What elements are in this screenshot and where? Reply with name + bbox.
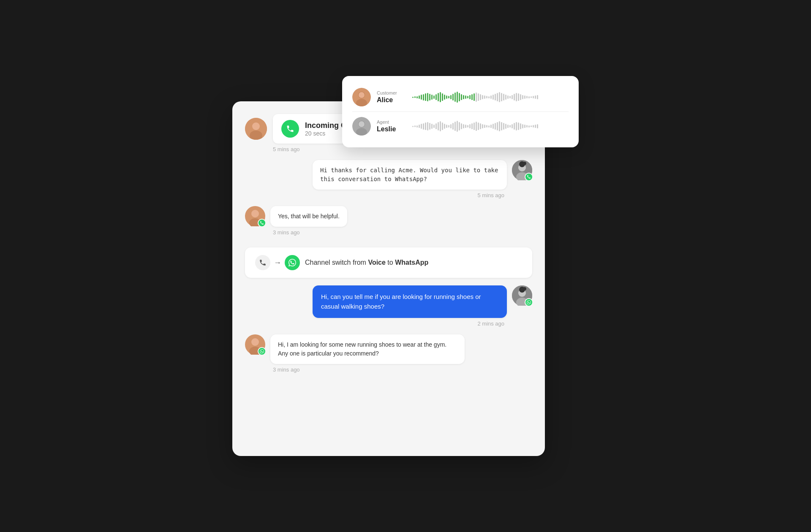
customer-ts-1: 3 mins ago [273,229,532,236]
agent-avatar [352,117,371,136]
svg-point-9 [252,122,260,130]
svg-point-15 [523,162,526,165]
messages-container: Incoming Call 20 secs 5 mins ago Hi than… [245,114,532,380]
svg-point-3 [359,92,365,98]
svg-point-17 [251,210,259,217]
agent-avatar-1-wrap [512,160,532,180]
switch-text: Channel switch from Voice to WhatsApp [305,259,428,266]
customer-label: Customer [377,90,406,95]
wa-badge-1 [525,298,533,307]
agent-avatar-2-wrap [512,285,532,306]
chat-panel: Incoming Call 20 secs 5 mins ago Hi than… [232,101,545,456]
svg-point-25 [251,338,259,346]
agent-audio-info: Agent Leslie [377,119,406,133]
customer-avatar-wrap [352,88,371,106]
wa-badge-2 [258,347,266,356]
svg-point-23 [523,287,526,290]
agent-bubble-1: Hi thanks for calling Acme. Would you li… [313,160,507,190]
agent-waveform [412,118,569,135]
agent-avatar-wrap [352,117,371,136]
customer-name: Alice [377,96,406,104]
phone-badge-1 [525,173,533,181]
switch-icons: → [255,255,300,270]
customer-avatar [352,88,371,106]
agent-msg-1: Hi thanks for calling Acme. Would you li… [245,160,532,190]
agent-bubble-2: Hi, can you tell me if you are looking f… [313,285,507,318]
svg-point-7 [359,121,365,127]
audio-panel: Customer Alice Agent Leslie [342,76,579,147]
switch-phone-icon [255,255,270,270]
customer-ts-2: 3 mins ago [273,366,532,373]
customer-bubble-2: Hi, I am looking for some new running sh… [270,334,465,364]
agent-ts-1: 5 mins ago [245,192,504,198]
switch-arrow: → [274,258,281,267]
agent-name: Leslie [377,125,406,133]
customer-avatar-1-wrap [245,206,265,226]
agent-msg-2: Hi, can you tell me if you are looking f… [245,285,532,318]
switch-wa-icon [285,255,300,270]
phone-badge-2 [258,219,266,227]
customer-avatar-2-wrap [245,334,265,355]
agent-label: Agent [377,119,406,125]
audio-row-customer: Customer Alice [352,84,569,110]
audio-row-agent: Agent Leslie [352,111,569,139]
channel-switch: → Channel switch from Voice to WhatsApp [245,247,532,278]
phone-icon [281,120,299,138]
customer-msg-1: Yes, that will be helpful. [245,206,532,227]
agent-bubble-1-wrap: Hi thanks for calling Acme. Would you li… [313,160,507,190]
agent-bubble-2-wrap: Hi, can you tell me if you are looking f… [313,285,507,318]
call-avatar [245,118,267,140]
customer-audio-info: Customer Alice [377,90,406,104]
agent-ts-2: 2 mins ago [245,320,504,327]
customer-bubble-1: Yes, that will be helpful. [270,206,347,227]
customer-waveform [412,89,569,106]
customer-msg-2: Hi, I am looking for some new running sh… [245,334,532,364]
